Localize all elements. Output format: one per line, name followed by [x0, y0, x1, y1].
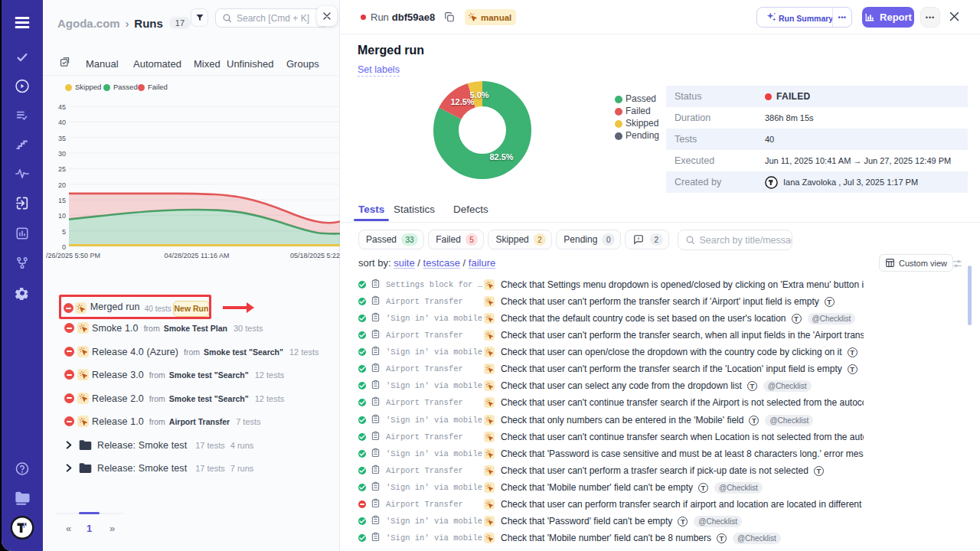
svg-text:5: 5 [62, 228, 66, 236]
svg-text:82.5%: 82.5% [489, 152, 513, 161]
svg-text:10: 10 [58, 212, 66, 220]
svg-text:30: 30 [58, 150, 66, 158]
svg-text:35: 35 [58, 135, 66, 142]
svg-text:15: 15 [58, 197, 66, 204]
svg-text:45: 45 [58, 103, 66, 111]
svg-text:0: 0 [62, 243, 66, 251]
svg-text:04/28/2025 11:16 AM: 04/28/2025 11:16 AM [165, 252, 230, 259]
svg-text:40: 40 [58, 119, 66, 126]
svg-text:25: 25 [58, 165, 66, 173]
svg-text:5.0%: 5.0% [469, 90, 488, 99]
svg-text:/26/2025 5:50 PM: /26/2025 5:50 PM [46, 252, 100, 259]
svg-text:05/18/2025 5:22: 05/18/2025 5:22 [290, 252, 340, 259]
svg-text:20: 20 [58, 181, 66, 189]
